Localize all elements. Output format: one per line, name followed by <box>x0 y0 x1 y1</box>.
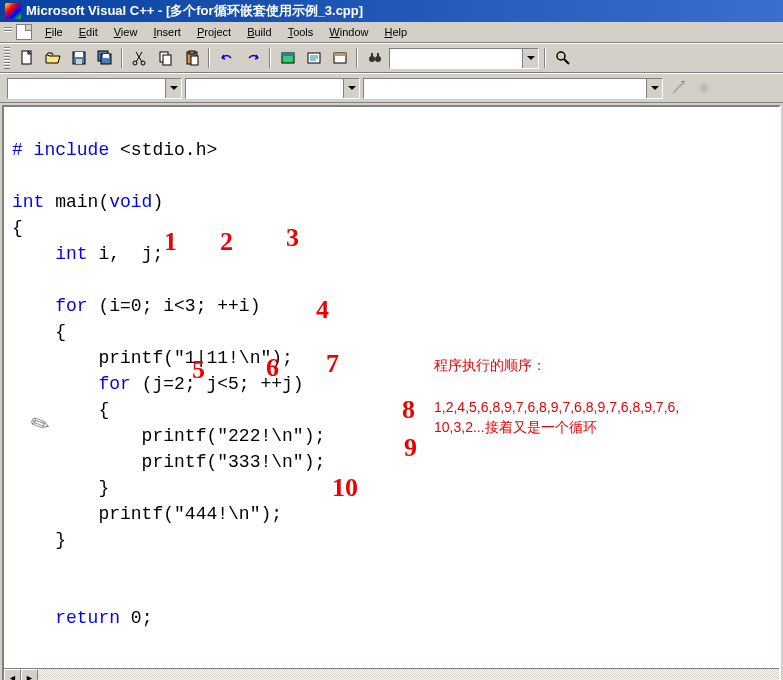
class-combo[interactable] <box>7 78 182 99</box>
menu-file[interactable]: File <box>38 24 70 40</box>
window-list-button[interactable] <box>328 47 351 69</box>
copy-button[interactable] <box>154 47 177 69</box>
code-token: for <box>55 296 87 316</box>
sparkle-icon <box>696 80 712 96</box>
annotation-2: 2 <box>220 229 233 255</box>
wizard-action-button <box>666 77 689 99</box>
menu-help[interactable]: Help <box>377 24 414 40</box>
svg-rect-10 <box>163 55 171 65</box>
menu-project[interactable]: Project <box>190 24 238 40</box>
member-combo-drop[interactable] <box>343 79 359 98</box>
svg-rect-3 <box>76 59 82 64</box>
scroll-right-button[interactable]: ► <box>21 669 38 680</box>
binoculars-icon <box>367 50 383 66</box>
menu-tools[interactable]: Tools <box>281 24 321 40</box>
code-token <box>12 244 55 264</box>
save-button[interactable] <box>67 47 90 69</box>
save-icon <box>71 50 87 66</box>
code-token: void <box>109 192 152 212</box>
annotation-3: 3 <box>286 225 299 251</box>
svg-rect-15 <box>282 53 294 56</box>
annotation-text-line2: 10,3,2...接着又是一个循环 <box>434 417 597 437</box>
svg-point-8 <box>141 61 145 65</box>
code-line: printf("1|11!\n"); <box>12 348 293 368</box>
output-icon <box>306 50 322 66</box>
search-button[interactable] <box>551 47 574 69</box>
new-text-button[interactable] <box>15 47 38 69</box>
menu-edit[interactable]: Edit <box>72 24 105 40</box>
code-token <box>12 374 98 394</box>
svg-rect-21 <box>371 53 373 57</box>
menu-view[interactable]: View <box>107 24 145 40</box>
output-button[interactable] <box>302 47 325 69</box>
separator <box>121 48 123 68</box>
cut-button[interactable] <box>128 47 151 69</box>
annotation-text-line1: 1,2,4,5,6,8,9,7,6,8,9,7,6,8,9,7,6,8,9,7,… <box>434 397 679 417</box>
code-token: i, j; <box>88 244 164 264</box>
menubar-grip[interactable] <box>4 24 12 40</box>
find-in-files-button[interactable] <box>363 47 386 69</box>
member-combo[interactable] <box>185 78 360 99</box>
undo-button[interactable] <box>215 47 238 69</box>
document-icon[interactable] <box>16 24 32 40</box>
code-token: (i=0; i<3; ++i) <box>88 296 261 316</box>
annotation-1: 1 <box>164 229 177 255</box>
menu-build[interactable]: Build <box>240 24 278 40</box>
window-list-icon <box>332 50 348 66</box>
code-token: int <box>55 244 87 264</box>
app-icon <box>5 3 21 19</box>
annotation-10: 10 <box>332 475 358 501</box>
separator <box>356 48 358 68</box>
cut-icon <box>132 50 148 66</box>
search-icon <box>555 50 571 66</box>
svg-rect-6 <box>103 54 109 58</box>
svg-rect-2 <box>75 52 83 57</box>
filter-combo-drop[interactable] <box>646 79 662 98</box>
filter-combo[interactable] <box>363 78 663 99</box>
code-token: for <box>98 374 130 394</box>
code-token: int <box>12 192 44 212</box>
workspace-icon <box>280 50 296 66</box>
workspace-button[interactable] <box>276 47 299 69</box>
save-all-button[interactable] <box>93 47 116 69</box>
svg-point-23 <box>557 52 565 60</box>
annotation-text-header: 程序执行的顺序： <box>434 355 546 375</box>
separator <box>269 48 271 68</box>
svg-rect-12 <box>189 51 195 54</box>
titlebar: Microsoft Visual C++ - [多个for循环嵌套使用示例_3.… <box>0 0 783 22</box>
editor-frame: # include <stdio.h> int main(void) { int… <box>2 105 781 680</box>
code-token: <stdio.h> <box>109 140 217 160</box>
title-text: Microsoft Visual C++ - [多个for循环嵌套使用示例_3.… <box>26 2 363 20</box>
scroll-left-button[interactable]: ◄ <box>4 669 21 680</box>
code-editor[interactable]: # include <stdio.h> int main(void) { int… <box>4 107 779 680</box>
open-button[interactable] <box>41 47 64 69</box>
find-combo[interactable] <box>389 48 539 69</box>
wand-icon <box>670 80 686 96</box>
horizontal-scrollbar[interactable]: ◄ ► <box>4 668 779 680</box>
svg-rect-18 <box>334 53 346 56</box>
svg-point-7 <box>133 61 137 65</box>
find-combo-drop[interactable] <box>522 49 538 68</box>
redo-button[interactable] <box>241 47 264 69</box>
code-token <box>12 296 55 316</box>
code-line: } <box>12 530 66 550</box>
code-line: printf("222!\n"); <box>12 426 325 446</box>
code-token: include <box>34 140 110 160</box>
toolbar-grip[interactable] <box>4 47 10 69</box>
class-combo-drop[interactable] <box>165 79 181 98</box>
new-file-icon <box>19 50 35 66</box>
code-token: return <box>55 608 120 628</box>
copy-icon <box>158 50 174 66</box>
svg-rect-22 <box>377 53 379 57</box>
scroll-track[interactable] <box>38 669 779 680</box>
toolbar-wizard <box>0 73 783 103</box>
paste-button[interactable] <box>180 47 203 69</box>
menu-window[interactable]: Window <box>322 24 375 40</box>
annotation-8: 8 <box>402 397 415 423</box>
code-token: ) <box>152 192 163 212</box>
code-line: printf("333!\n"); <box>12 452 325 472</box>
separator <box>208 48 210 68</box>
menubar: File Edit View Insert Project Build Tool… <box>0 22 783 43</box>
menu-insert[interactable]: Insert <box>146 24 188 40</box>
redo-icon <box>245 50 261 66</box>
